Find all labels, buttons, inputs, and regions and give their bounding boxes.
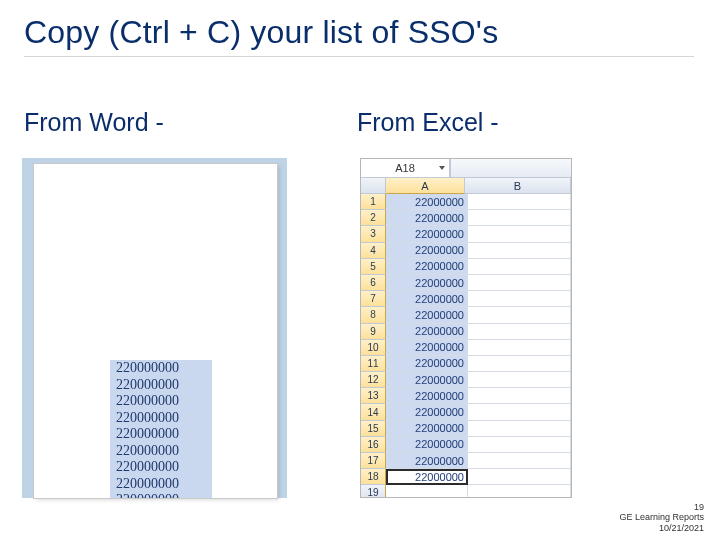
- footer-page-number: 19: [619, 502, 704, 513]
- excel-cell-b[interactable]: [468, 388, 571, 404]
- excel-cell-a[interactable]: 22000000: [386, 291, 468, 307]
- excel-cell-a[interactable]: 22000000: [386, 453, 468, 469]
- slide-footer: 19 GE Learning Reports 10/21/2021: [619, 502, 704, 534]
- excel-cell-b[interactable]: [468, 226, 571, 242]
- word-selected-line: 220000000: [110, 360, 212, 377]
- excel-cell-a[interactable]: 22000000: [386, 388, 468, 404]
- excel-cell-a[interactable]: 22000000: [386, 210, 468, 226]
- subheading-word: From Word -: [24, 108, 164, 137]
- excel-cell-b[interactable]: [468, 259, 571, 275]
- excel-row-header[interactable]: 5: [361, 259, 386, 275]
- excel-cell-b[interactable]: [468, 340, 571, 356]
- excel-col-header-b[interactable]: B: [465, 178, 571, 194]
- excel-cell-a[interactable]: 22000000: [386, 324, 468, 340]
- excel-cell-b[interactable]: [468, 356, 571, 372]
- table-row: 122000000: [361, 194, 571, 210]
- word-selection: 2200000002200000002200000002200000002200…: [110, 360, 212, 498]
- excel-cell-a[interactable]: 22000000: [386, 340, 468, 356]
- table-row: 422000000: [361, 243, 571, 259]
- excel-cell-a[interactable]: 22000000: [386, 372, 468, 388]
- word-selected-line: 220000000: [110, 426, 212, 443]
- excel-cell-b[interactable]: [468, 194, 571, 210]
- excel-cell-b[interactable]: [468, 469, 571, 485]
- table-row: 1522000000: [361, 421, 571, 437]
- excel-row-header[interactable]: 17: [361, 453, 386, 469]
- excel-row-header[interactable]: 19: [361, 485, 386, 498]
- excel-row-header[interactable]: 10: [361, 340, 386, 356]
- excel-cell-b[interactable]: [468, 291, 571, 307]
- excel-row-header[interactable]: 8: [361, 307, 386, 323]
- excel-grid: 1220000002220000003220000004220000005220…: [361, 194, 571, 498]
- excel-cell-b[interactable]: [468, 275, 571, 291]
- excel-row-header[interactable]: 9: [361, 324, 386, 340]
- word-selected-line: 220000000: [110, 377, 212, 394]
- word-screenshot: 2200000002200000002200000002200000002200…: [22, 158, 287, 498]
- excel-row-header[interactable]: 16: [361, 437, 386, 453]
- table-row: 822000000: [361, 307, 571, 323]
- excel-col-header-a[interactable]: A: [386, 178, 465, 194]
- excel-cell-b[interactable]: [468, 421, 571, 437]
- table-row: 1722000000: [361, 453, 571, 469]
- excel-cell-a[interactable]: 22000000: [386, 421, 468, 437]
- word-selected-line: 220000000: [110, 410, 212, 427]
- excel-row-header[interactable]: 15: [361, 421, 386, 437]
- excel-row-header[interactable]: 12: [361, 372, 386, 388]
- slide-title: Copy (Ctrl + C) your list of SSO's: [24, 14, 498, 51]
- title-underline: [24, 56, 694, 57]
- excel-cell-a[interactable]: 22000000: [386, 404, 468, 420]
- excel-cell-b[interactable]: [468, 372, 571, 388]
- excel-row-header[interactable]: 18: [361, 469, 386, 485]
- excel-row-header[interactable]: 14: [361, 404, 386, 420]
- table-row: 1122000000: [361, 356, 571, 372]
- excel-row-header[interactable]: 4: [361, 243, 386, 259]
- excel-cell-b[interactable]: [468, 485, 571, 498]
- excel-row-header[interactable]: 11: [361, 356, 386, 372]
- table-row: 19: [361, 485, 571, 498]
- table-row: 222000000: [361, 210, 571, 226]
- footer-caption: GE Learning Reports: [619, 512, 704, 523]
- word-selected-line: 220000000: [110, 476, 212, 493]
- chevron-down-icon: [439, 166, 445, 170]
- excel-cell-b[interactable]: [468, 404, 571, 420]
- excel-cell-a[interactable]: 22000000: [386, 259, 468, 275]
- excel-row-header[interactable]: 1: [361, 194, 386, 210]
- excel-cell-a[interactable]: 22000000: [386, 243, 468, 259]
- excel-cell-a[interactable]: 22000000: [386, 437, 468, 453]
- word-selected-line: 220000000: [110, 459, 212, 476]
- excel-row-header[interactable]: 7: [361, 291, 386, 307]
- excel-row-header[interactable]: 13: [361, 388, 386, 404]
- word-selected-line: 220000000: [110, 492, 212, 498]
- excel-row-header[interactable]: 3: [361, 226, 386, 242]
- excel-row-header[interactable]: 6: [361, 275, 386, 291]
- excel-cell-b[interactable]: [468, 324, 571, 340]
- excel-cell-b[interactable]: [468, 307, 571, 323]
- word-selected-line: 220000000: [110, 393, 212, 410]
- excel-namebox-row: A18: [361, 159, 571, 178]
- footer-date: 10/21/2021: [619, 523, 704, 534]
- excel-cell-a[interactable]: 22000000: [386, 226, 468, 242]
- excel-cell-a[interactable]: 22000000: [386, 194, 468, 210]
- excel-cell-a[interactable]: 22000000: [386, 356, 468, 372]
- excel-cell-a[interactable]: 22000000: [386, 307, 468, 323]
- subheading-excel: From Excel -: [357, 108, 499, 137]
- excel-formula-bar[interactable]: [450, 159, 571, 177]
- excel-cell-b[interactable]: [468, 243, 571, 259]
- table-row: 722000000: [361, 291, 571, 307]
- table-row: 1022000000: [361, 340, 571, 356]
- excel-column-headers: A B: [361, 178, 571, 194]
- excel-cell-b[interactable]: [468, 437, 571, 453]
- table-row: 1822000000: [361, 469, 571, 485]
- excel-cell-b[interactable]: [468, 210, 571, 226]
- table-row: 922000000: [361, 324, 571, 340]
- excel-cell-a[interactable]: 22000000: [386, 275, 468, 291]
- table-row: 322000000: [361, 226, 571, 242]
- excel-select-all-corner[interactable]: [361, 178, 386, 194]
- excel-cell-b[interactable]: [468, 453, 571, 469]
- excel-cell-a[interactable]: [386, 485, 468, 498]
- excel-namebox[interactable]: A18: [361, 159, 450, 177]
- table-row: 522000000: [361, 259, 571, 275]
- excel-cell-a[interactable]: 22000000: [386, 469, 468, 485]
- excel-namebox-value: A18: [395, 162, 415, 174]
- excel-screenshot: A18 A B 12200000022200000032200000042200…: [360, 158, 572, 498]
- excel-row-header[interactable]: 2: [361, 210, 386, 226]
